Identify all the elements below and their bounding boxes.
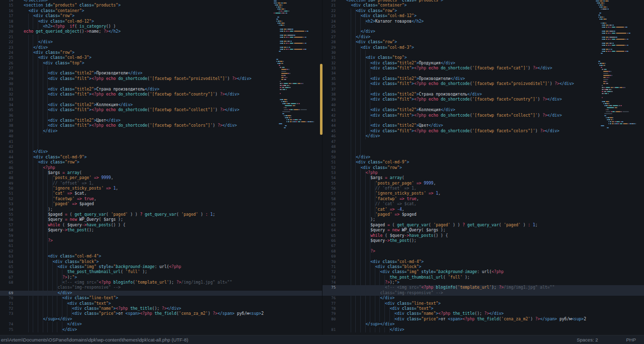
- line-number: 37: [0, 118, 13, 123]
- indent-guides: [346, 249, 370, 254]
- line-number: 79: [323, 311, 336, 316]
- line-number: 60: [0, 238, 13, 243]
- indent-guides: [346, 35, 356, 40]
- line-number: 57: [0, 223, 13, 228]
- line-number: 55: [323, 181, 336, 186]
- line-number: 33: [323, 66, 336, 71]
- line-number: 65: [323, 233, 336, 238]
- line-number: 20: [0, 29, 13, 34]
- indent-guides: [24, 243, 48, 248]
- status-bar: ers\Artem\Documents\OSPanel\domains\dpk\…: [0, 335, 644, 344]
- line-number: 26: [0, 61, 13, 66]
- indent-guides: [346, 81, 370, 87]
- line-number: 30: [323, 50, 336, 55]
- line-number: 64: [323, 228, 336, 233]
- line-number: 47: [323, 139, 336, 144]
- minimap-left[interactable]: [274, 0, 322, 335]
- line-number: 50: [0, 186, 13, 191]
- line-number: 67: [0, 275, 13, 280]
- line-number: 32: [323, 61, 336, 66]
- line-number: 41: [0, 139, 13, 144]
- indentation-setting[interactable]: Spaces: 2: [577, 337, 598, 342]
- line-number: 35: [323, 76, 336, 81]
- indent-guides: [24, 249, 48, 254]
- indent-guides: [346, 71, 370, 76]
- indent-guides: [24, 191, 53, 196]
- line-number: 53: [323, 170, 336, 176]
- indent-guides: [346, 19, 366, 24]
- line-number: 81: [323, 327, 336, 332]
- line-number: 62: [323, 217, 336, 222]
- line-number: 75: [0, 327, 13, 332]
- indent-guides: [346, 118, 370, 123]
- indent-guides: [24, 160, 38, 165]
- line-number: 71: [323, 265, 336, 270]
- line-number: 19: [0, 24, 13, 29]
- indent-guides: [24, 19, 38, 24]
- indent-guides: [24, 217, 48, 222]
- line-number: 77: [323, 301, 336, 306]
- indent-guides: [24, 108, 48, 113]
- indent-guides: [24, 238, 48, 243]
- indent-guides: [346, 14, 361, 19]
- line-number: 57: [323, 191, 336, 196]
- indent-guides: [24, 317, 43, 322]
- indent-guides: [24, 144, 38, 149]
- indent-guides: [346, 322, 366, 327]
- scrollbar-thumb[interactable]: [320, 64, 323, 135]
- indent-guides: [346, 181, 375, 186]
- indent-guides: [24, 202, 53, 207]
- line-number: 18: [0, 19, 13, 24]
- line-number: 37: [323, 87, 336, 92]
- indent-guides: [24, 228, 48, 233]
- indent-guides: [346, 134, 366, 139]
- line-number: 45: [323, 129, 336, 134]
- indent-guides: [24, 118, 48, 123]
- line-number: 22: [0, 40, 13, 45]
- line-number: 67: [323, 243, 336, 248]
- line-number: [323, 291, 336, 296]
- line-number: 42: [0, 144, 13, 149]
- line-number: 38: [0, 123, 13, 128]
- line-number: 34: [0, 103, 13, 108]
- line-number: 54: [323, 176, 336, 181]
- indent-guides: [346, 285, 385, 290]
- minimap-right[interactable]: [596, 0, 644, 335]
- line-number: 29: [323, 45, 336, 50]
- line-number: 48: [323, 144, 336, 149]
- line-number: 65: [0, 265, 13, 270]
- line-number: 51: [323, 160, 336, 165]
- line-number: 54: [0, 207, 13, 212]
- indent-guides: [346, 66, 370, 71]
- indent-guides: [24, 66, 48, 71]
- indent-guides: [346, 317, 394, 322]
- indent-guides: [346, 113, 370, 118]
- line-number: 17: [0, 14, 13, 19]
- line-number: 38: [323, 92, 336, 97]
- indent-guides: [24, 45, 33, 50]
- line-number: 68: [0, 280, 13, 285]
- syntax-language[interactable]: PHP: [626, 337, 636, 342]
- indent-guides: [346, 123, 370, 128]
- line-number: 80: [323, 317, 336, 322]
- indent-guides: [24, 40, 38, 45]
- indent-guides: [346, 197, 375, 202]
- editor-pane-right[interactable]: 20<section id="products" class="products…: [322, 0, 644, 335]
- indent-guides: [24, 139, 38, 144]
- indent-guides: [24, 186, 53, 191]
- indent-guides: [24, 285, 57, 290]
- indent-guides: [24, 170, 48, 176]
- editor-pane-left[interactable]: 14</section>15<section id="products" cla…: [0, 0, 322, 335]
- indent-guides: [346, 129, 370, 134]
- line-number: 78: [323, 306, 336, 311]
- line-number: 33: [0, 97, 13, 102]
- indent-guides: [346, 233, 370, 238]
- indent-guides: [24, 207, 48, 212]
- line-number: 50: [323, 155, 336, 160]
- line-number: 44: [0, 155, 13, 160]
- indent-guides: [346, 238, 370, 243]
- line-number: 52: [0, 197, 13, 202]
- indent-guides: [24, 311, 72, 316]
- indent-guides: [346, 291, 380, 296]
- indent-guides: [24, 97, 48, 102]
